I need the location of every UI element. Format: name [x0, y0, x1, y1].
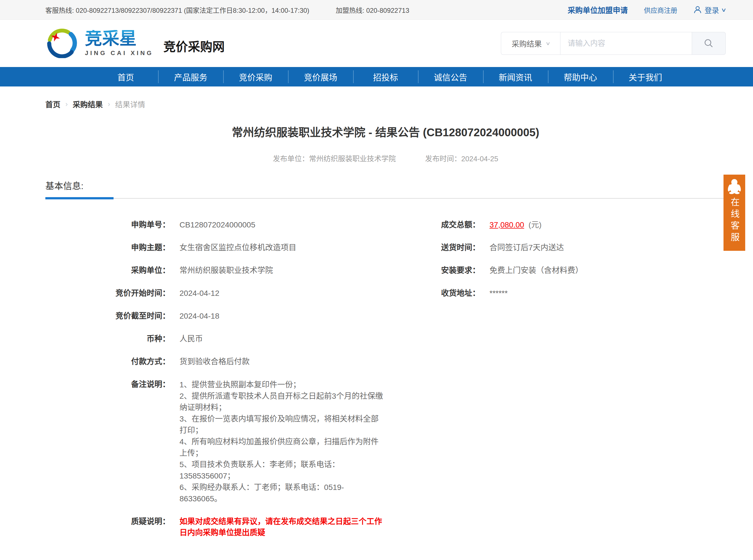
top-bar: 客服热线: 020-80922713/80922307/80922371 (国家… [0, 0, 753, 20]
supplier-register-link[interactable]: 供应商注册 [644, 5, 677, 15]
service-hotline: 客服热线: 020-80922713/80922307/80922371 (国家… [45, 5, 309, 15]
dispute-text: 如果对成交结果有异议，请在发布成交结果之日起三个工作日内向采购单位提出质疑 [179, 516, 385, 538]
field-remark: 备注说明： 1、提供营业执照副本复印件一份； 2、提供所派遣专职技术人员自开标之… [45, 379, 385, 504]
site-name: 竞价采购网 [163, 37, 225, 55]
nav-item-news[interactable]: 新闻资讯 [483, 67, 548, 86]
field-value: 2024-04-18 [179, 311, 219, 322]
logo-swirl-icon [45, 28, 79, 58]
remark-line: 3、在报价一览表内填写报价及响应情况，将相关材料全部打印； [179, 413, 385, 436]
search-input[interactable] [560, 32, 692, 55]
field-label: 质疑说明： [45, 516, 170, 538]
nav-item-exhibition[interactable]: 竞价展场 [288, 67, 353, 86]
basic-info-heading: 基本信息: [45, 179, 726, 192]
breadcrumb-current: 结果详情 [115, 99, 145, 109]
field-value: 常州纺织服装职业技术学院 [179, 265, 273, 276]
field-label: 申购单号： [45, 219, 170, 231]
breadcrumb-separator: › [108, 100, 110, 108]
field-label: 竞价开始时间： [45, 288, 170, 299]
field-value: 2024-04-12 [179, 288, 219, 299]
breadcrumb-separator: › [65, 100, 67, 108]
field-label: 收货地址： [385, 288, 480, 299]
breadcrumb-results[interactable]: 采购结果 [73, 99, 103, 109]
field-bid-end: 竞价截至时间： 2024-04-18 [45, 311, 385, 322]
section-divider [45, 197, 726, 199]
nav-item-integrity[interactable]: 诚信公告 [418, 67, 483, 86]
field-purchase-unit: 采购单位： 常州纺织服装职业技术学院 [45, 265, 385, 276]
field-label: 备注说明： [45, 379, 170, 504]
join-hotline: 加盟热线: 020-80922713 [336, 5, 409, 15]
online-service-widget[interactable]: 在线客服 [723, 175, 745, 251]
field-label: 安装要求： [385, 265, 480, 276]
search-category-value: 采购结果 [512, 38, 542, 49]
field-subject: 申购主题： 女生宿舍区监控点位移机改造项目 [45, 242, 385, 253]
field-value: 女生宿舍区监控点位移机改造项目 [179, 242, 296, 253]
field-value: ****** [489, 288, 507, 299]
chevron-down-icon: ∨ [721, 7, 727, 13]
nav-item-tender[interactable]: 招投标 [353, 67, 418, 86]
remark-line: 1、提供营业执照副本复印件一份； [179, 379, 385, 391]
buyer-join-link[interactable]: 采购单位加盟申请 [568, 4, 628, 15]
logo-name: 竞采星 [85, 30, 153, 47]
field-label: 采购单位： [45, 265, 170, 276]
field-bid-start: 竞价开始时间： 2024-04-12 [45, 288, 385, 299]
publisher: 发布单位：常州纺织服装职业技术学院 [273, 153, 396, 163]
nav-item-home[interactable]: 首页 [93, 67, 158, 86]
search-category-select[interactable]: 采购结果 ∨ [501, 32, 560, 55]
field-install-req: 安装要求： 免费上门安装（含材料费） [385, 265, 726, 276]
field-payment: 付款方式： 货到验收合格后付款 [45, 356, 385, 367]
field-value: CB128072024000005 [179, 219, 255, 231]
breadcrumb-home[interactable]: 首页 [45, 99, 60, 109]
breadcrumb: 首页 › 采购结果 › 结果详情 [45, 99, 726, 109]
logo-pinyin: JING CAI XING [85, 49, 153, 57]
remark-line: 5、项目技术负责联系人：李老师；联系电话：13585356007； [179, 459, 385, 482]
page-title: 常州纺织服装职业技术学院 - 结果公告 (CB128072024000005) [45, 123, 726, 140]
nav-item-products[interactable]: 产品服务 [158, 67, 223, 86]
field-value: 人民币 [179, 333, 203, 344]
remark-line: 2、提供所派遣专职技术人员自开标之日起前3个月的社保缴纳证明材料； [179, 391, 385, 413]
total-amount-link[interactable]: 37,080.00 [489, 220, 524, 229]
field-label: 成交总额： [385, 219, 480, 231]
field-value: 免费上门安装（含材料费） [489, 265, 583, 276]
remark-line: 6、采购经办联系人：丁老师；联系电话：0519-86336065。 [179, 482, 385, 504]
publish-info: 发布单位：常州纺织服装职业技术学院 发布时间：2024-04-25 [45, 153, 726, 163]
remark-line: 4、所有响应材料均加盖报价供应商公章，扫描后作为附件上传； [179, 436, 385, 459]
basic-info-fields: 申购单号： CB128072024000005 申购主题： 女生宿舍区监控点位移… [45, 219, 726, 550]
field-label: 申购主题： [45, 242, 170, 253]
nav-item-about[interactable]: 关于我们 [613, 67, 678, 86]
nav-item-help[interactable]: 帮助中心 [548, 67, 613, 86]
user-icon [693, 5, 702, 14]
site-header: 竞采星 JING CAI XING 竞价采购网 采购结果 ∨ [0, 20, 753, 67]
field-dispute: 质疑说明： 如果对成交结果有异议，请在发布成交结果之日起三个工作日内向采购单位提… [45, 516, 385, 538]
field-label: 币种： [45, 333, 170, 344]
publish-time: 发布时间：2024-04-25 [425, 153, 498, 163]
field-currency: 币种： 人民币 [45, 333, 385, 344]
field-total-amount: 成交总额： 37,080.00 (元) [385, 219, 726, 231]
field-delivery-time: 送货时间： 合同签订后7天内送达 [385, 242, 726, 253]
online-service-label: 在线客服 [728, 197, 741, 244]
amount-unit: (元) [528, 220, 541, 229]
field-label: 付款方式： [45, 356, 170, 367]
search-icon [704, 38, 714, 48]
site-logo[interactable]: 竞采星 JING CAI XING [45, 28, 153, 58]
field-value: 货到验收合格后付款 [179, 356, 250, 367]
qq-penguin-icon [727, 179, 742, 194]
login-link[interactable]: 登录 ∨ [693, 5, 726, 15]
remark-lines: 1、提供营业执照副本复印件一份； 2、提供所派遣专职技术人员自开标之日起前3个月… [179, 379, 385, 504]
field-order-no: 申购单号： CB128072024000005 [45, 219, 385, 231]
field-label: 送货时间： [385, 242, 480, 253]
chevron-down-icon: ∨ [545, 41, 551, 46]
main-nav: 首页 产品服务 竞价采购 竞价展场 招投标 诚信公告 新闻资讯 帮助中心 关于我… [0, 67, 753, 86]
login-label: 登录 [704, 5, 719, 15]
field-value: 合同签订后7天内送达 [489, 242, 564, 253]
field-address: 收货地址： ****** [385, 288, 726, 299]
field-label: 竞价截至时间： [45, 311, 170, 322]
nav-item-bidding[interactable]: 竞价采购 [223, 67, 288, 86]
search-button[interactable] [692, 32, 726, 55]
search-bar: 采购结果 ∨ [501, 32, 726, 55]
